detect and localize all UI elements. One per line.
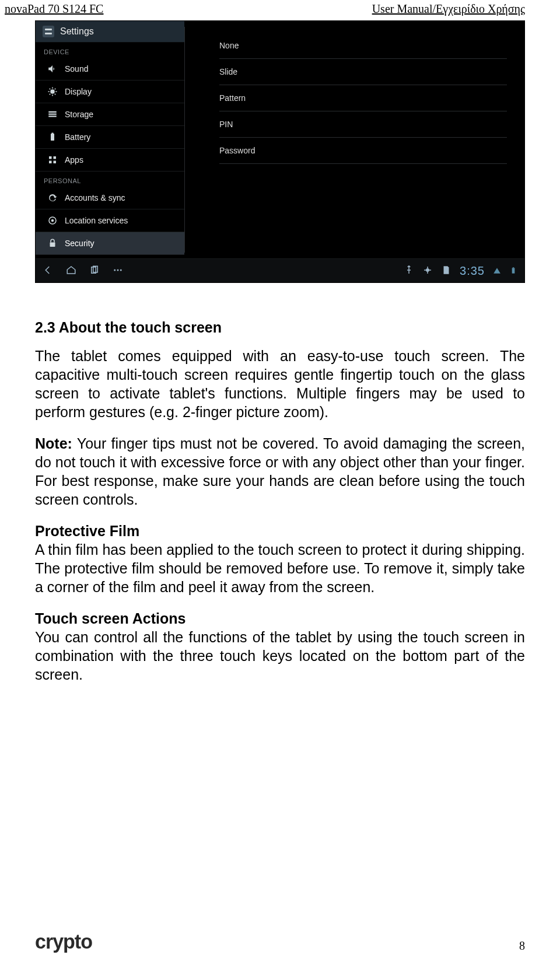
sidebar-item-storage[interactable]: Storage [36, 103, 184, 126]
svg-rect-5 [52, 133, 54, 134]
note-text: Your finger tips must not be covered. To… [35, 435, 525, 508]
sidebar-item-apps[interactable]: Apps [36, 149, 184, 172]
svg-point-0 [50, 89, 55, 94]
option-pin[interactable]: PIN [219, 111, 507, 138]
option-password[interactable]: Password [219, 138, 507, 164]
svg-rect-21 [513, 267, 514, 268]
page-footer: crypto 8 [0, 930, 560, 953]
svg-point-16 [114, 269, 116, 271]
settings-icon [43, 26, 54, 37]
paragraph-text: A thin film has been applied to the touc… [35, 541, 525, 595]
sub-heading: Touch screen Actions [35, 610, 186, 627]
debug-icon [422, 265, 433, 277]
settings-title-text: Settings [60, 26, 94, 37]
option-slide[interactable]: Slide [219, 59, 507, 85]
svg-rect-6 [49, 156, 52, 159]
settings-header[interactable]: Settings [36, 21, 184, 43]
svg-rect-2 [48, 114, 57, 115]
settings-sidebar: Settings DEVICE Sound Display Storage [36, 21, 184, 258]
sd-icon [441, 265, 452, 277]
display-icon [47, 86, 58, 97]
home-icon[interactable] [66, 265, 76, 277]
note-label: Note: [35, 435, 72, 452]
section-heading: 2.3 About the touch screen [35, 319, 525, 336]
sidebar-item-label: Accounts & sync [65, 193, 125, 202]
sidebar-item-label: Apps [65, 155, 83, 165]
usb-icon [404, 265, 414, 277]
sidebar-item-battery[interactable]: Battery [36, 126, 184, 149]
sound-icon [47, 64, 58, 74]
sidebar-item-location[interactable]: Location services [36, 209, 184, 232]
sidebar-item-security[interactable]: Security [36, 232, 184, 255]
svg-rect-20 [512, 268, 515, 273]
svg-rect-3 [48, 116, 57, 117]
document-body: 2.3 About the touch screen The tablet co… [0, 283, 560, 684]
page-header: novaPad 70 S124 FC User Manual/Εγχειρίδι… [0, 0, 560, 17]
sidebar-item-label: Display [65, 87, 92, 96]
location-icon [47, 215, 58, 226]
svg-point-19 [426, 268, 429, 272]
screenshot-frame: Settings DEVICE Sound Display Storage [35, 20, 525, 283]
svg-rect-12 [50, 243, 55, 247]
system-navbar: 3:35 [36, 258, 524, 282]
battery-status-icon [509, 267, 517, 275]
sidebar-item-language-input[interactable]: Language & input [36, 255, 184, 258]
sidebar-item-label: Battery [65, 132, 90, 142]
sub-heading: Protective Film [35, 523, 139, 539]
svg-rect-1 [48, 111, 57, 113]
back-icon[interactable] [43, 265, 53, 277]
sidebar-item-label: Location services [65, 216, 128, 225]
svg-point-18 [120, 269, 122, 271]
menu-icon[interactable] [113, 265, 123, 277]
sidebar-item-label: Storage [65, 110, 93, 119]
storage-icon [47, 109, 58, 120]
svg-rect-9 [54, 161, 57, 164]
brand-logo: crypto [35, 929, 92, 953]
svg-rect-7 [54, 156, 57, 159]
lock-icon [47, 238, 58, 249]
apps-icon [47, 155, 58, 165]
protective-film-block: Protective Film A thin film has been app… [35, 522, 525, 596]
paragraph-text: You can control all the functions of the… [35, 629, 525, 683]
page-number: 8 [519, 939, 525, 953]
option-pattern[interactable]: Pattern [219, 85, 507, 111]
sidebar-item-label: Sound [65, 64, 88, 74]
sidebar-item-display[interactable]: Display [36, 81, 184, 103]
wifi-icon [493, 267, 501, 275]
category-device: DEVICE [36, 43, 184, 58]
svg-point-10 [51, 219, 54, 222]
svg-point-17 [117, 269, 119, 271]
sidebar-item-label: Security [65, 239, 94, 248]
svg-rect-4 [51, 134, 54, 141]
sync-icon [47, 193, 58, 203]
doc-title: User Manual/Εγχειρίδιο Χρήσης [372, 2, 525, 16]
touch-actions-block: Touch screen Actions You can control all… [35, 609, 525, 684]
note-paragraph: Note: Your finger tips must not be cover… [35, 434, 525, 509]
sidebar-item-accounts-sync[interactable]: Accounts & sync [36, 187, 184, 209]
svg-rect-8 [49, 161, 52, 164]
category-personal: PERSONAL [36, 172, 184, 187]
recents-icon[interactable] [89, 265, 100, 277]
option-none[interactable]: None [219, 33, 507, 59]
sidebar-item-sound[interactable]: Sound [36, 58, 184, 81]
paragraph: The tablet comes equipped with an easy-t… [35, 347, 525, 421]
security-options-pane: None Slide Pattern PIN Password [184, 21, 524, 258]
status-clock: 3:35 [460, 264, 485, 278]
battery-icon [47, 132, 58, 142]
android-settings-screenshot: Settings DEVICE Sound Display Storage [36, 21, 524, 282]
doc-model: novaPad 70 S124 FC [5, 2, 103, 16]
